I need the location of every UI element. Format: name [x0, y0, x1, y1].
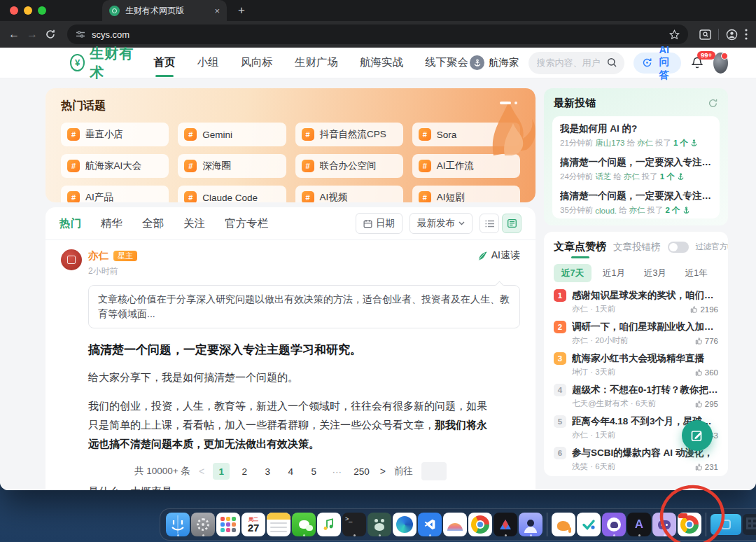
wechat-dock-icon[interactable] — [292, 513, 316, 536]
anchor-item[interactable]: 搞清楚一个问题，一定要深入专注主题学... 35分钟前 cloud. 给 亦仁 … — [560, 186, 712, 218]
topic-tag[interactable]: # 航海家AI大会 — [61, 154, 169, 178]
system-settings-dock-icon[interactable] — [191, 513, 215, 536]
author-name[interactable]: 亦仁 — [88, 249, 108, 263]
topic-tag[interactable]: # 深海圈 — [178, 154, 286, 178]
page-number[interactable]: 1 — [213, 463, 230, 480]
topic-tag[interactable]: # 垂直小店 — [61, 123, 169, 146]
page-number[interactable]: ··· — [328, 463, 345, 480]
a-letter-app-dock-icon[interactable]: A — [627, 513, 651, 536]
compose-post-fab[interactable] — [682, 420, 713, 451]
back-icon[interactable]: ← — [8, 29, 20, 40]
nav-item[interactable]: 线下聚会 — [424, 47, 470, 78]
page-number[interactable]: 3 — [259, 463, 276, 480]
fullscreen-window-button[interactable] — [38, 6, 46, 15]
github-desktop-dock-icon[interactable] — [602, 513, 626, 536]
list-view-button[interactable] — [479, 214, 499, 233]
topic-tag[interactable]: # 联合办公空间 — [295, 154, 403, 178]
time-range-pill[interactable]: 近1月 — [595, 264, 633, 282]
page-number[interactable]: 5 — [305, 463, 322, 480]
ranking-item[interactable]: 1 感谢知识星球发来的奖状，咱们星球再次 亦仁 · 1天前 2196 — [554, 286, 718, 317]
user-avatar[interactable] — [713, 53, 728, 74]
topic-tag[interactable]: # Gemini — [178, 123, 286, 146]
next-page-icon[interactable]: > — [380, 466, 386, 477]
search-icon[interactable] — [607, 57, 617, 68]
search-input[interactable] — [536, 57, 603, 69]
minimize-window-button[interactable] — [24, 6, 32, 15]
new-tab-button[interactable]: + — [238, 4, 245, 18]
notes-dock-icon[interactable] — [267, 513, 290, 536]
feed-tab[interactable]: 全部 — [142, 216, 164, 231]
launchpad-dock-icon[interactable] — [216, 513, 240, 536]
finder-dock-icon[interactable] — [166, 513, 190, 536]
filter-official-toggle[interactable] — [668, 242, 689, 253]
feed-tab[interactable]: 热门 — [59, 216, 81, 231]
face-app-dock-icon[interactable] — [652, 513, 676, 536]
reload-icon[interactable] — [45, 29, 56, 40]
anchor-item[interactable]: 搞清楚一个问题，一定要深入专注主题学... 24分钟前 话芝 给 亦仁 投了 1… — [560, 152, 712, 186]
side-panel-search-icon[interactable] — [699, 29, 711, 40]
close-window-button[interactable] — [10, 6, 18, 15]
topic-tag[interactable]: # AI产品 — [61, 186, 169, 202]
nav-item[interactable]: 小组 — [196, 47, 220, 78]
collapse-handle[interactable] — [500, 102, 517, 104]
goto-page-input[interactable] — [421, 462, 447, 480]
tab-close-icon[interactable]: × — [214, 6, 220, 16]
calendar-dock-icon[interactable]: 周二 27 — [241, 513, 265, 536]
feed-tab[interactable]: 官方专栏 — [225, 216, 268, 231]
topic-tag[interactable]: # AI视频 — [295, 186, 403, 202]
sunrise-app-dock-icon[interactable] — [443, 513, 467, 536]
checkmark-app-dock-icon[interactable] — [577, 513, 601, 536]
nav-item[interactable]: 风向标 — [239, 47, 275, 78]
topic-tag[interactable]: # Claude Code — [178, 186, 286, 202]
page-number[interactable]: 4 — [282, 463, 299, 480]
chrome-dock-icon[interactable] — [468, 513, 492, 536]
post-title[interactable]: 搞清楚一个问题，一定要深入专注主题学习和研究。 — [88, 342, 520, 358]
browser-menu-icon[interactable] — [745, 29, 748, 40]
prev-page-icon[interactable]: < — [199, 466, 204, 477]
minimized-window-blue[interactable] — [710, 514, 741, 535]
nav-item[interactable]: 生财广场 — [293, 47, 340, 78]
ranking-item[interactable]: 2 调研一下，咱们星球副业收入加起来还没 亦仁 · 20小时前 776 — [554, 317, 718, 349]
chrome-beta-dock-icon[interactable] — [678, 513, 701, 536]
tab-article-likes[interactable]: 文章点赞榜 — [554, 240, 606, 253]
feed-tab[interactable]: 关注 — [183, 216, 205, 231]
bookmark-star-icon[interactable] — [669, 29, 680, 40]
navigator-entry[interactable]: 航海家 — [470, 55, 519, 70]
time-range-pill[interactable]: 近3月 — [636, 264, 674, 282]
header-search[interactable] — [528, 52, 624, 74]
browser-tab[interactable]: 生财有术网页版 × — [102, 0, 227, 21]
topic-tag[interactable]: # AI工作流 — [412, 154, 520, 178]
peak-app-dock-icon[interactable] — [493, 513, 517, 536]
profile-icon[interactable] — [726, 29, 738, 41]
feed-tab[interactable]: 精华 — [101, 216, 122, 231]
card-view-button[interactable] — [502, 214, 522, 233]
notifications[interactable]: 99+ — [690, 56, 704, 70]
date-filter-button[interactable]: 日期 — [356, 213, 402, 234]
nav-item[interactable]: 首页 — [153, 47, 177, 78]
time-range-pill[interactable]: 近7天 — [554, 264, 592, 282]
meeting-app-dock-icon[interactable] — [519, 513, 542, 536]
page-number[interactable]: 2 — [236, 463, 253, 480]
tab-article-anchors[interactable]: 文章投锚榜 — [613, 241, 661, 253]
site-settings-icon[interactable] — [76, 29, 85, 39]
elephant-app-dock-icon[interactable] — [552, 513, 575, 536]
refresh-icon[interactable] — [708, 98, 718, 109]
ai-qa-button[interactable]: AI问答 — [634, 53, 681, 74]
ranking-item[interactable]: 4 超级术：不想在0-1打转？教你把小项目 七天@生财有术 · 6天前 295 — [554, 380, 718, 412]
netdisk-dock-icon[interactable] — [368, 513, 391, 536]
site-logo[interactable]: 生财有术 — [70, 44, 139, 82]
topic-tag[interactable]: # 抖音自然流CPS — [295, 123, 403, 146]
time-range-pill[interactable]: 近1年 — [678, 264, 715, 282]
sort-dropdown[interactable]: 最新发布 — [410, 213, 472, 234]
forward-icon[interactable]: → — [27, 29, 38, 40]
vscode-dock-icon[interactable] — [418, 513, 442, 536]
terminal-dock-icon[interactable]: >_ — [342, 513, 366, 536]
ai-read-button[interactable]: AI速读 — [477, 249, 520, 262]
author-avatar[interactable] — [61, 249, 82, 270]
qq-music-dock-icon[interactable] — [317, 513, 341, 536]
page-number[interactable]: 250 — [351, 463, 372, 480]
nav-item[interactable]: 航海实战 — [358, 47, 405, 78]
minimized-window-dark[interactable] — [743, 514, 756, 535]
anchor-item[interactable]: 我是如何用 AI 的? 21分钟前 唐山173 给 亦仁 投了 1 个 — [560, 118, 712, 152]
address-bar[interactable]: scys.com — [67, 25, 688, 44]
